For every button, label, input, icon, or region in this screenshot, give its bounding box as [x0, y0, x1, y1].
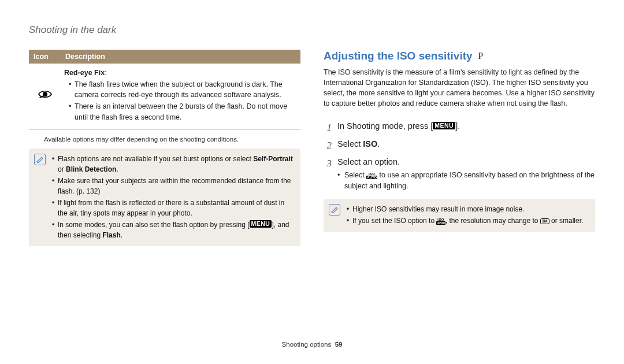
row-title: Red-eye Fix — [64, 69, 105, 77]
note-right-2: If you set the ISO option to ISO3200, th… — [347, 216, 583, 226]
right-column: Adjusting the ISO sensitivity P The ISO … — [324, 50, 595, 232]
table-row: Red-eye Fix: The flash fires twice when … — [29, 64, 300, 129]
iso-auto-icon: ISOAUTO — [366, 172, 377, 179]
step-number: 3 — [324, 154, 332, 191]
note-left-2: Make sure that your subjects are within … — [52, 176, 295, 196]
resolution-3m-icon: 3M — [540, 218, 549, 225]
row-bullet-1: The flash fires twice when the subject o… — [69, 79, 297, 100]
menu-icon: MENU — [433, 122, 455, 130]
intro-text: The ISO sensitivity is the measure of a … — [324, 67, 595, 109]
note-left-3: If light from the flash is reflected or … — [52, 198, 295, 218]
section-heading: Adjusting the ISO sensitivity — [324, 50, 473, 62]
note-left-4: In some modes, you can also set the flas… — [52, 220, 295, 240]
row-bullet-2: There is an interval between the 2 burst… — [69, 101, 297, 122]
red-eye-fix-icon — [38, 88, 53, 103]
iso-3200-icon: ISO3200 — [436, 218, 445, 225]
note-icon — [34, 154, 46, 165]
left-column: Icon Description — [29, 50, 300, 246]
note-box-left: Flash options are not available if you s… — [29, 148, 300, 246]
page-title: Shooting in the dark — [29, 24, 116, 36]
step-1: In Shooting mode, press [MENU]. — [337, 118, 595, 136]
step-2: Select ISO. — [337, 136, 595, 154]
menu-icon: MENU — [250, 220, 272, 228]
step-number: 1 — [324, 118, 332, 136]
options-caption: Available options may differ depending o… — [29, 135, 300, 144]
mode-badge: P — [478, 51, 483, 61]
footer-section: Shooting options — [282, 341, 332, 348]
footer: Shooting options 59 — [0, 341, 624, 348]
step-3: Select an option. Select ISOAUTO to use … — [337, 154, 595, 191]
description-table: Icon Description — [29, 50, 300, 130]
note-right-1: Higher ISO sensitivities may result in m… — [347, 204, 583, 214]
page-number: 59 — [335, 341, 343, 348]
table-header-description: Description — [61, 50, 300, 64]
note-left-1: Flash options are not available if you s… — [52, 154, 295, 174]
step-3-sub: Select ISOAUTO to use an appropriate ISO… — [337, 170, 595, 192]
steps-list: 1 In Shooting mode, press [MENU]. 2 Sele… — [324, 118, 595, 192]
note-icon — [329, 204, 340, 216]
note-box-right: Higher ISO sensitivities may result in m… — [324, 199, 595, 232]
step-number: 2 — [324, 136, 332, 154]
table-header-icon: Icon — [29, 50, 61, 64]
